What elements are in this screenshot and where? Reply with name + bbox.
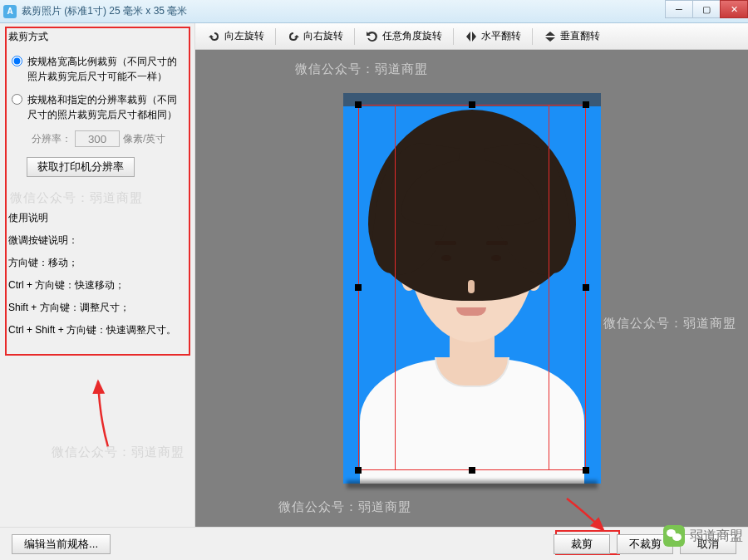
toolbar-separator [532,28,533,45]
radio-dpi-crop-label: 按规格和指定的分辨率裁剪（不同尺寸的照片裁剪完后尺寸都相同） [27,92,186,122]
radio-ratio-crop-label: 按规格宽高比例裁剪（不同尺寸的照片裁剪完后尺寸可能不一样） [27,54,186,84]
crop-mode-title: 裁剪方式 [8,28,186,49]
instruction-1: 方向键：移动； [8,256,186,270]
annotation-arrow-crop [563,495,613,537]
photo-preview[interactable] [343,93,601,484]
minimize-button[interactable]: ─ [665,0,693,18]
rotate-any-icon [366,30,379,43]
instruction-4: Ctrl + Shift + 方向键：快速调整尺寸。 [8,323,186,337]
wechat-icon [663,525,685,547]
flip-horizontal-button[interactable]: 水平翻转 [457,26,529,47]
get-printer-dpi-button[interactable]: 获取打印机分辨率 [27,157,135,177]
maximize-button[interactable]: ▢ [692,0,721,18]
footer: 编辑当前规格... 裁剪 不裁剪 取消 [0,527,748,560]
crop-handle-bl[interactable] [355,467,362,474]
instruction-3: Shift + 方向键：调整尺寸； [8,301,186,315]
watermark-text-2: 微信公众号：弱道商盟 [52,445,185,460]
watermark-text: 微信公众号：弱道商盟 [10,190,186,206]
crop-button[interactable]: 裁剪 [554,534,610,554]
rotate-any-button[interactable]: 任意角度旋转 [358,26,450,47]
watermark-stage-2: 微信公众号：弱道商盟 [603,316,736,332]
window-controls: ─ ▢ ✕ [666,0,748,18]
instructions-subtitle: 微调按键说明： [8,233,186,248]
radio-dpi-crop[interactable]: 按规格和指定的分辨率裁剪（不同尺寸的照片裁剪完后尺寸都相同） [12,92,186,122]
dpi-label: 分辨率： [32,132,71,146]
instruction-2: Ctrl + 方向键：快速移动； [8,278,186,292]
photo-shadow [347,480,598,489]
crop-handle-tl[interactable] [355,101,362,108]
crop-handle-ml[interactable] [355,284,362,291]
watermark-stage-3: 微信公众号：弱道商盟 [278,499,411,515]
instructions-title: 使用说明 [8,211,186,225]
window-title: 裁剪照片 (标准1寸) 25 毫米 x 35 毫米 [22,4,187,18]
radio-ratio-crop-input[interactable] [12,56,22,66]
crop-guide-right [549,105,549,470]
close-button[interactable]: ✕ [720,0,748,18]
radio-dpi-crop-input[interactable] [12,94,22,105]
crop-guide-left [395,105,396,470]
annotation-arrow-sidebar [83,376,116,451]
crop-handle-tr[interactable] [583,101,589,108]
title-bar: A 裁剪照片 (标准1寸) 25 毫米 x 35 毫米 ─ ▢ ✕ [0,0,748,23]
crop-handle-br[interactable] [583,467,589,474]
dpi-unit: 像素/英寸 [123,132,165,146]
watermark-stage-1: 微信公众号：弱道商盟 [295,61,428,77]
image-stage[interactable]: 微信公众号：弱道商盟 微信公众号：弱道商盟 微信公众号：弱道商盟 [195,50,748,527]
crop-handle-bm[interactable] [469,467,475,474]
crop-handle-tm[interactable] [469,101,475,108]
dpi-input[interactable] [75,130,120,147]
radio-ratio-crop[interactable]: 按规格宽高比例裁剪（不同尺寸的照片裁剪完后尺寸可能不一样） [12,54,186,84]
toolbar-separator [275,28,276,45]
crop-handle-mr[interactable] [583,284,589,291]
flip-vertical-icon [544,30,557,43]
sidebar: 裁剪方式 按规格宽高比例裁剪（不同尺寸的照片裁剪完后尺寸可能不一样） 按规格和指… [0,23,195,527]
flip-horizontal-icon [465,30,478,43]
canvas-area: 向左旋转 向右旋转 任意角度旋转 水平翻转 垂直翻转 [195,23,748,527]
toolbar-separator [453,28,454,45]
app-icon: A [3,5,17,18]
flip-vertical-button[interactable]: 垂直翻转 [536,26,608,47]
rotate-left-icon [208,30,221,43]
brand-name: 弱道商盟 [690,528,743,545]
rotate-left-button[interactable]: 向左旋转 [200,26,272,47]
main-area: 裁剪方式 按规格宽高比例裁剪（不同尺寸的照片裁剪完后尺寸可能不一样） 按规格和指… [0,23,748,527]
dpi-row: 分辨率： 像素/英寸 [32,130,186,147]
brand-overlay: 弱道商盟 [663,525,743,547]
toolbar: 向左旋转 向右旋转 任意角度旋转 水平翻转 垂直翻转 [195,23,748,50]
rotate-right-button[interactable]: 向右旋转 [279,26,351,47]
edit-spec-button[interactable]: 编辑当前规格... [12,534,111,554]
rotate-right-icon [287,30,300,43]
crop-frame[interactable] [358,105,586,470]
toolbar-separator [354,28,355,45]
